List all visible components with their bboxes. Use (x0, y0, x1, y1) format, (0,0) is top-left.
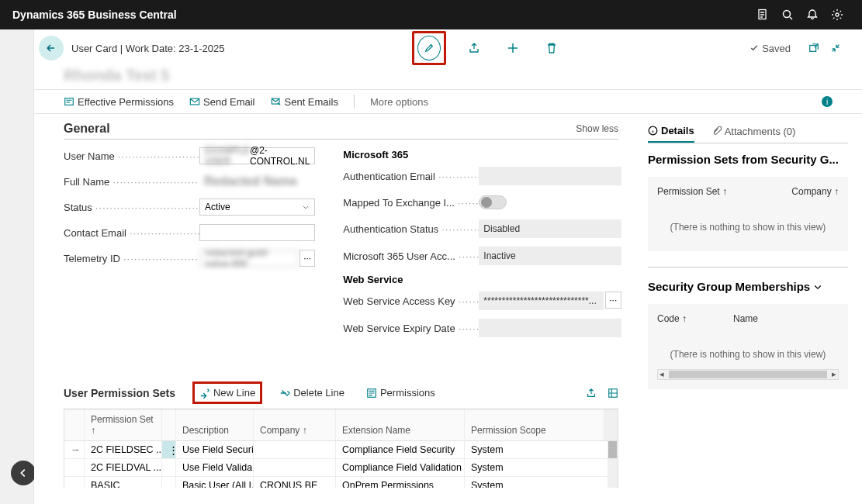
delete-line-button[interactable]: Delete Line (275, 384, 349, 402)
sg-memberships-title[interactable]: Security Group Memberships (648, 280, 848, 293)
table-row[interactable]: →2C FIELDSEC ...⋮Use Field SecurityCompl… (64, 441, 618, 459)
main-panel: General Show less User Name EXAMPLE USER… (34, 114, 640, 488)
m365-user-label: Microsoft 365 User Acc... (343, 250, 479, 262)
ws-heading: Web Service (343, 274, 621, 285)
general-section-header: General Show less (64, 122, 618, 140)
perm-title: User Permission Sets (64, 387, 175, 399)
ws-expiry-label: Web Service Expiry Date (343, 323, 479, 334)
contact-email-field[interactable] (199, 224, 315, 241)
col-permission-set[interactable]: Permission Set ↑ (85, 409, 162, 440)
sg-empty: (There is nothing to show in this view) (657, 343, 839, 369)
tab-details[interactable]: Details (648, 122, 694, 143)
company-col[interactable]: Company ↑ (791, 186, 839, 197)
sg-memberships-box: Code ↑ Name (There is nothing to show in… (648, 304, 848, 389)
new-line-button-highlight: New Line (192, 381, 262, 404)
more-options-button[interactable]: More options (370, 96, 428, 108)
svg-point-2 (836, 13, 839, 16)
auth-status-value: Disabled (479, 219, 621, 238)
mapped-toggle[interactable] (479, 195, 507, 209)
gear-icon[interactable] (825, 2, 850, 27)
permissions-button[interactable]: Permissions (362, 384, 440, 402)
perm-sg-empty: (There is nothing to show in this view) (657, 216, 839, 242)
add-icon[interactable] (502, 37, 524, 59)
telemetry-id-field[interactable]: redacted-guid-value-000 (199, 250, 298, 267)
action-bar: Effective Permissions Send Email Sent Em… (34, 89, 862, 114)
ws-key-ellipsis-button[interactable]: ··· (605, 292, 621, 309)
bell-icon[interactable] (800, 2, 825, 27)
col-description[interactable]: Description (176, 409, 254, 440)
user-name-label: User Name (64, 150, 199, 162)
share-grid-icon[interactable] (586, 388, 597, 399)
search-icon[interactable] (775, 2, 800, 27)
info-icon[interactable]: i (822, 96, 833, 107)
full-name-label: Full Name (64, 176, 199, 188)
status-label: Status (64, 202, 199, 213)
table-row[interactable]: 2C FIELDVAL ...Use Field Valida...Compli… (64, 459, 618, 477)
m365-user-value: Inactive (479, 247, 621, 265)
effective-permissions-button[interactable]: Effective Permissions (64, 96, 174, 108)
svg-point-1 (784, 11, 791, 18)
telemetry-ellipsis-button[interactable]: ··· (299, 250, 315, 267)
expand-grid-icon[interactable] (608, 388, 618, 399)
new-line-button[interactable]: New Line (213, 387, 255, 399)
mapped-label: Mapped To Exchange I... (343, 197, 479, 209)
perm-set-col[interactable]: Permission Set ↑ (657, 186, 727, 197)
page-header: User Card | Work Date: 23-1-2025 Saved (34, 29, 862, 67)
col-company[interactable]: Company ↑ (254, 409, 336, 440)
permissions-icon (64, 96, 74, 107)
status-select[interactable]: Active (199, 198, 315, 216)
auth-email-field (479, 167, 621, 185)
telemetry-id-label: Telemetry ID (64, 253, 199, 264)
general-title: General (64, 122, 110, 136)
edit-button-highlight (412, 31, 446, 65)
user-name-field[interactable]: EXAMPLE USER@2-CONTROL.NL (199, 147, 315, 164)
perm-list-icon (366, 388, 377, 399)
full-name-value: Redacted Name (199, 174, 315, 188)
app-title: Dynamics 365 Business Central (12, 9, 177, 21)
horizontal-scrollbar[interactable] (657, 369, 839, 380)
m365-heading: Microsoft 365 (343, 149, 621, 161)
saved-indicator: Saved (749, 43, 791, 54)
col-extension[interactable]: Extension Name (336, 409, 465, 440)
show-less-button[interactable]: Show less (576, 123, 618, 134)
sent-emails-button[interactable]: Sent Emails (271, 96, 338, 108)
popout-icon[interactable] (803, 37, 825, 59)
table-row[interactable]: BASICBasic User (All I...CRONUS BEOnPrem… (64, 477, 618, 488)
back-button[interactable] (39, 36, 64, 60)
document-icon[interactable] (750, 2, 775, 27)
svg-rect-3 (810, 46, 816, 52)
sg-name-col[interactable]: Name (733, 313, 758, 324)
ws-key-value: *****************************... (479, 292, 603, 310)
tab-attachments[interactable]: Attachments (0) (711, 122, 796, 143)
contact-email-label: Contact Email (64, 227, 199, 239)
new-line-icon (199, 388, 210, 399)
topbar: Dynamics 365 Business Central (0, 0, 862, 29)
auth-status-label: Authentication Status (343, 223, 479, 235)
factbox-pane: Details Attachments (0) Permission Sets … (640, 114, 862, 488)
auth-email-label: Authentication Email (343, 171, 479, 182)
mail-icon (189, 96, 200, 107)
nav-rail (0, 29, 34, 504)
user-permission-sets-section: User Permission Sets New Line Delete Lin… (64, 381, 618, 488)
ws-key-label: Web Service Access Key (343, 295, 479, 307)
perm-from-sg-title: Permission Sets from Security G... (648, 153, 848, 166)
delete-icon[interactable] (541, 37, 563, 59)
send-email-button[interactable]: Send Email (189, 96, 254, 108)
permission-grid: Permission Set ↑ Description Company ↑ E… (64, 409, 618, 488)
share-icon[interactable] (463, 37, 485, 59)
perm-from-sg-box: Permission Set ↑ Company ↑ (There is not… (648, 177, 848, 251)
col-scope[interactable]: Permission Scope (465, 409, 604, 440)
edit-button[interactable] (417, 36, 441, 60)
delete-line-icon (279, 388, 290, 399)
record-title: Rhonda Test 5 (34, 67, 862, 89)
breadcrumb: User Card | Work Date: 23-1-2025 (71, 43, 225, 54)
nav-back-fab[interactable] (11, 461, 36, 485)
sent-mail-icon (271, 96, 282, 107)
header-actions (412, 31, 563, 65)
svg-rect-4 (65, 98, 74, 105)
sg-code-col[interactable]: Code ↑ (657, 313, 687, 324)
collapse-icon[interactable] (825, 37, 846, 59)
page: User Card | Work Date: 23-1-2025 Saved R… (34, 29, 862, 504)
ws-expiry-value (479, 319, 621, 337)
